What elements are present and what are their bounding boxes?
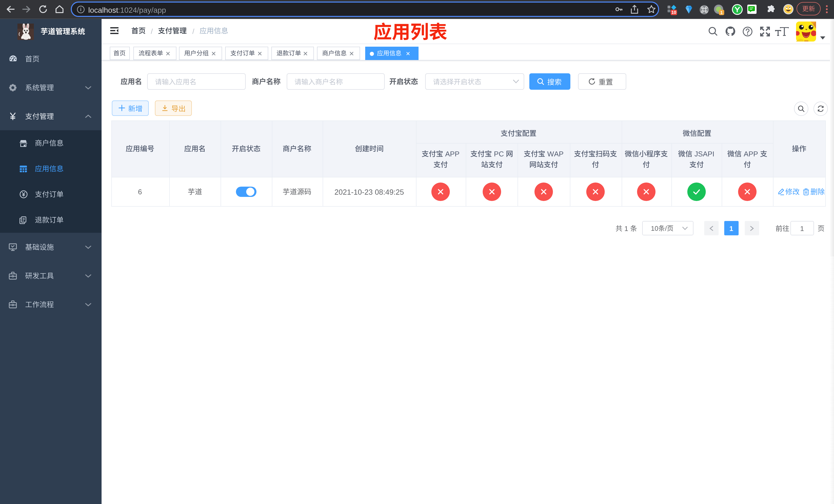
- svg-text:10: 10: [672, 10, 676, 15]
- svg-text:1: 1: [720, 10, 723, 15]
